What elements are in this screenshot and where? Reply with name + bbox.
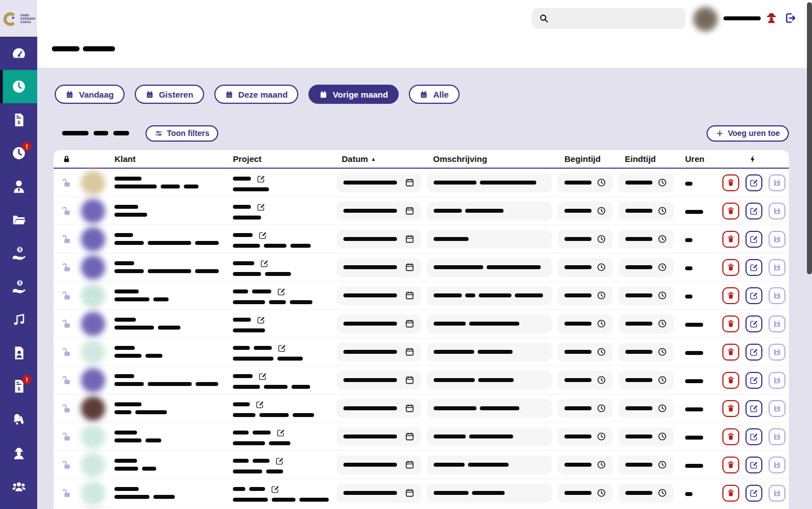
edit-project-icon[interactable] [258, 231, 267, 240]
sidebar-item-music[interactable] [0, 303, 37, 336]
calendar-icon[interactable] [405, 291, 414, 300]
omschrijving-input[interactable] [427, 343, 552, 362]
edit-row-button[interactable] [745, 174, 762, 191]
edit-project-icon[interactable] [258, 372, 267, 381]
edit-row-button[interactable] [745, 259, 762, 276]
edit-project-icon[interactable] [275, 457, 284, 466]
filter-vandaag-button[interactable]: Vandaag [55, 85, 125, 104]
clock-icon[interactable] [657, 375, 667, 385]
clock-icon[interactable] [597, 206, 606, 216]
edit-row-button[interactable] [745, 428, 762, 445]
clock-icon[interactable] [657, 206, 667, 216]
save-row-button[interactable] [769, 344, 785, 361]
sidebar-item-notifications[interactable] [0, 403, 37, 436]
edit-project-icon[interactable] [271, 485, 280, 494]
column-header-eindtijd[interactable]: Eindtijd [619, 154, 679, 164]
voeg-uren-toe-button[interactable]: Voeg uren toe [707, 125, 789, 142]
calendar-icon[interactable] [405, 432, 414, 441]
datum-input[interactable] [337, 173, 421, 192]
calendar-icon[interactable] [405, 347, 414, 357]
begintijd-input[interactable] [558, 258, 613, 277]
clock-icon[interactable] [657, 347, 667, 357]
eindtijd-input[interactable] [619, 371, 674, 390]
calendar-icon[interactable] [405, 319, 414, 328]
unlock-icon[interactable] [61, 488, 72, 499]
save-row-button[interactable] [769, 485, 785, 502]
datum-input[interactable] [337, 371, 421, 390]
column-header-datum[interactable]: Datum ▲ [337, 154, 427, 164]
clock-icon[interactable] [597, 347, 606, 357]
omschrijving-input[interactable] [427, 201, 552, 221]
calendar-icon[interactable] [405, 460, 414, 469]
datum-input[interactable] [337, 314, 421, 334]
omschrijving-input[interactable] [427, 173, 552, 192]
unlock-icon[interactable] [61, 403, 72, 414]
datum-input[interactable] [337, 455, 421, 475]
datum-input[interactable] [337, 399, 421, 418]
edit-project-icon[interactable] [277, 344, 286, 353]
omschrijving-input[interactable] [427, 371, 552, 390]
save-row-button[interactable] [769, 174, 785, 191]
eindtijd-input[interactable] [619, 201, 674, 221]
eindtijd-input[interactable] [619, 484, 674, 503]
unlock-icon[interactable] [61, 431, 72, 442]
unlock-icon[interactable] [61, 262, 72, 273]
clock-icon[interactable] [657, 234, 667, 244]
clock-icon[interactable] [597, 319, 606, 328]
user-avatar[interactable] [691, 5, 720, 33]
clock-icon[interactable] [597, 432, 606, 441]
delete-row-button[interactable] [722, 485, 739, 502]
begintijd-input[interactable] [558, 286, 613, 305]
edit-project-icon[interactable] [277, 287, 286, 296]
save-row-button[interactable] [769, 457, 785, 473]
sidebar-item-expenses[interactable]: $ [0, 270, 37, 303]
unlock-icon[interactable] [61, 459, 72, 471]
company-logo[interactable]: ONBE- GRENSDE ZAKEN [0, 0, 37, 37]
save-row-button[interactable] [769, 259, 785, 276]
omschrijving-input[interactable] [427, 230, 552, 249]
omschrijving-input[interactable] [427, 314, 552, 334]
edit-row-button[interactable] [745, 457, 762, 473]
delete-row-button[interactable] [722, 372, 739, 389]
edit-project-icon[interactable] [257, 174, 266, 183]
datum-input[interactable] [337, 427, 421, 446]
sidebar-item-clients[interactable] [0, 170, 37, 203]
eindtijd-input[interactable] [619, 286, 674, 305]
column-header-uren[interactable]: Uren [679, 154, 717, 164]
vertical-scrollbar[interactable] [807, 2, 812, 274]
save-row-button[interactable] [769, 372, 785, 389]
calendar-icon[interactable] [405, 488, 414, 498]
sidebar-item-projects[interactable] [0, 203, 37, 236]
unlock-icon[interactable] [61, 346, 72, 358]
clock-icon[interactable] [657, 319, 667, 328]
datum-input[interactable] [337, 484, 421, 503]
sidebar-item-hours-alert[interactable]: ! [0, 137, 37, 170]
column-header-klant[interactable]: Klant [114, 154, 233, 164]
edit-row-button[interactable] [745, 315, 762, 332]
eindtijd-input[interactable] [619, 173, 674, 192]
calendar-icon[interactable] [405, 206, 414, 216]
edit-row-button[interactable] [745, 344, 762, 361]
omschrijving-input[interactable] [427, 455, 552, 475]
delete-row-button[interactable] [722, 174, 739, 191]
eindtijd-input[interactable] [619, 455, 674, 475]
save-row-button[interactable] [769, 428, 785, 445]
save-row-button[interactable] [769, 315, 785, 332]
sidebar-item-payments[interactable]: $ [0, 236, 37, 270]
eindtijd-input[interactable] [619, 230, 674, 249]
clock-icon[interactable] [597, 291, 606, 300]
begintijd-input[interactable] [558, 343, 613, 362]
sidebar-item-hours[interactable] [0, 70, 37, 103]
sidebar-item-team[interactable] [0, 469, 37, 503]
filter-alle-button[interactable]: Alle [409, 85, 460, 104]
sidebar-item-contracts[interactable] [0, 336, 37, 370]
save-row-button[interactable] [769, 203, 785, 220]
omschrijving-input[interactable] [427, 258, 552, 277]
clock-icon[interactable] [597, 234, 606, 244]
delete-row-button[interactable] [722, 231, 739, 248]
search-input[interactable] [554, 14, 679, 23]
column-header-omschrijving[interactable]: Omschrijving [427, 154, 558, 164]
unlock-icon[interactable] [61, 375, 72, 386]
begintijd-input[interactable] [558, 371, 613, 390]
calendar-icon[interactable] [405, 375, 414, 385]
